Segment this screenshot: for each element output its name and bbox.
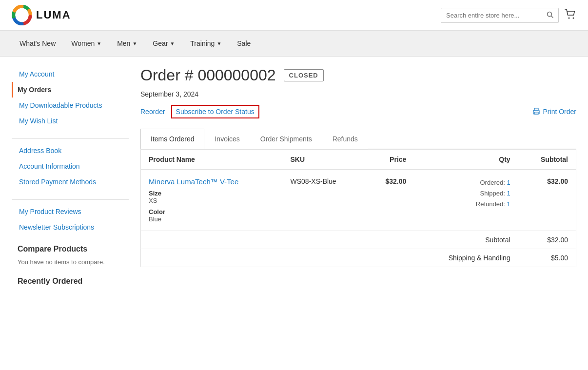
svg-rect-7 [534, 112, 538, 114]
qty-refunded[interactable]: 1 [507, 200, 510, 208]
recently-ordered-section: Recently Ordered [12, 277, 129, 286]
order-actions-left: Reorder Subscribe to Order Status [140, 105, 259, 118]
sidebar-other-section: My Product Reviews Newsletter Subscripti… [12, 204, 129, 235]
sidebar-item-payment-methods[interactable]: Stored Payment Methods [12, 174, 129, 190]
cart-icon[interactable] [565, 9, 576, 22]
sidebar-item-my-wishlist[interactable]: My Wish List [12, 113, 129, 129]
sidebar: My Account My Orders My Downloadable Pro… [12, 66, 129, 295]
print-icon [532, 108, 540, 116]
chevron-down-icon: ▼ [97, 41, 101, 46]
search-box [441, 8, 559, 23]
summary-shipping-row: Shipping & Handling $5.00 [141, 249, 576, 267]
nav-item-whats-new[interactable]: What's New [12, 31, 63, 56]
sidebar-settings-section: Address Book Account Information Stored … [12, 143, 129, 190]
table-row: Minerva LumaTech™ V-Tee Size XS Color Bl… [141, 170, 576, 231]
product-name-cell: Minerva LumaTech™ V-Tee Size XS Color Bl… [141, 170, 283, 231]
subtotal-label: Subtotal [414, 231, 518, 249]
svg-point-3 [568, 17, 570, 19]
reorder-link[interactable]: Reorder [140, 108, 165, 116]
status-badge: CLOSED [284, 69, 324, 81]
sidebar-item-my-orders[interactable]: My Orders [12, 82, 129, 97]
nav-item-gear[interactable]: Gear ▼ [145, 31, 182, 56]
subtotal-cell: $32.00 [518, 170, 576, 231]
qty-details: Ordered: 1 Shipped: 1 Refunded: 1 [422, 177, 510, 210]
shipping-label: Shipping & Handling [414, 249, 518, 267]
subtotal-value: $32.00 [518, 231, 576, 249]
order-items-table: Product Name SKU Price Qty Subtotal Mine… [140, 149, 576, 267]
shipping-value: $5.00 [518, 249, 576, 267]
compare-products-text: You have no items to compare. [12, 257, 129, 267]
compare-products-section: Compare Products You have no items to co… [12, 245, 129, 267]
tab-order-shipments[interactable]: Order Shipments [250, 129, 322, 149]
nav-item-men[interactable]: Men ▼ [109, 31, 145, 56]
nav-item-sale[interactable]: Sale [229, 31, 258, 56]
main-content: My Account My Orders My Downloadable Pro… [0, 57, 588, 305]
col-subtotal: Subtotal [518, 150, 576, 170]
product-name-link[interactable]: Minerva LumaTech™ V-Tee [149, 177, 275, 186]
main-navigation: What's New Women ▼ Men ▼ Gear ▼ Training… [0, 31, 588, 57]
sidebar-account-section: My Account My Orders My Downloadable Pro… [12, 66, 129, 129]
chevron-down-icon: ▼ [170, 41, 175, 46]
subscribe-link[interactable]: Subscribe to Order Status [171, 105, 259, 118]
logo-text: LUMA [36, 9, 71, 21]
search-button[interactable] [547, 11, 553, 19]
chevron-down-icon: ▼ [216, 41, 221, 46]
order-date: September 3, 2024 [140, 90, 576, 98]
sidebar-item-account-info[interactable]: Account Information [12, 158, 129, 174]
col-sku: SKU [283, 150, 365, 170]
order-header: Order # 000000002 CLOSED [140, 66, 576, 84]
search-icon [547, 11, 553, 18]
chevron-down-icon: ▼ [132, 41, 137, 46]
luma-logo-icon [12, 5, 32, 25]
color-label: Color [149, 208, 275, 215]
compare-products-title: Compare Products [12, 245, 129, 253]
order-tabs: Items Ordered Invoices Order Shipments R… [140, 128, 576, 149]
svg-point-4 [573, 17, 574, 19]
recently-ordered-title: Recently Ordered [12, 277, 129, 286]
sidebar-divider [12, 138, 129, 139]
col-price: Price [365, 150, 414, 170]
print-order-link[interactable]: Print Order [532, 108, 576, 116]
svg-line-2 [551, 16, 553, 18]
qty-ordered[interactable]: 1 [507, 179, 510, 186]
sku-cell: WS08-XS-Blue [283, 170, 365, 231]
tab-invoices[interactable]: Invoices [204, 129, 250, 149]
size-label: Size [149, 190, 275, 197]
sidebar-item-product-reviews[interactable]: My Product Reviews [12, 204, 129, 219]
sidebar-divider-2 [12, 199, 129, 200]
col-qty: Qty [414, 150, 518, 170]
nav-item-training[interactable]: Training ▼ [182, 31, 229, 56]
qty-cell: Ordered: 1 Shipped: 1 Refunded: 1 [414, 170, 518, 231]
sidebar-item-newsletter[interactable]: Newsletter Subscriptions [12, 219, 129, 235]
summary-subtotal-row: Subtotal $32.00 [141, 231, 576, 249]
logo-area[interactable]: LUMA [12, 5, 71, 25]
price-cell: $32.00 [365, 170, 414, 231]
sidebar-item-my-downloads[interactable]: My Downloadable Products [12, 97, 129, 113]
sidebar-item-address-book[interactable]: Address Book [12, 143, 129, 158]
print-order-label: Print Order [543, 108, 576, 116]
order-actions: Reorder Subscribe to Order Status Print … [140, 105, 576, 118]
nav-item-women[interactable]: Women ▼ [63, 31, 109, 56]
size-value: XS [149, 197, 275, 204]
header-right [441, 8, 576, 23]
order-title: Order # 000000002 [140, 66, 276, 84]
sidebar-item-my-account[interactable]: My Account [12, 66, 129, 82]
tab-items-ordered[interactable]: Items Ordered [140, 129, 204, 149]
site-header: LUMA [0, 0, 588, 31]
search-input[interactable] [446, 12, 544, 19]
col-product-name: Product Name [141, 150, 283, 170]
order-detail: Order # 000000002 CLOSED September 3, 20… [140, 66, 576, 295]
tab-refunds[interactable]: Refunds [322, 129, 368, 149]
color-value: Blue [149, 215, 275, 223]
qty-shipped[interactable]: 1 [507, 190, 510, 197]
